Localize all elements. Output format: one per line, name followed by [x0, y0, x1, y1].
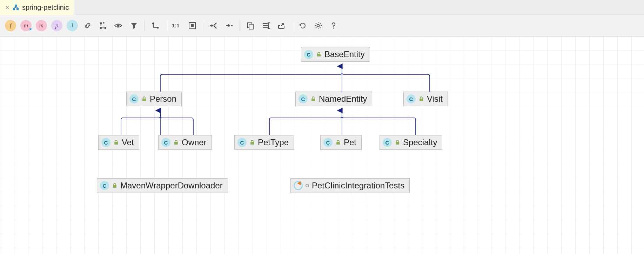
- svg-rect-26: [396, 142, 399, 145]
- close-icon[interactable]: ✕: [5, 4, 9, 11]
- route-button[interactable]: [148, 19, 162, 33]
- expand-button[interactable]: [222, 19, 236, 33]
- fit-icon: [188, 21, 196, 30]
- node-pet-type[interactable]: CPetType: [234, 135, 294, 150]
- node-label: Owner: [182, 138, 207, 147]
- svg-point-7: [152, 22, 154, 25]
- refresh-icon: [298, 21, 307, 30]
- node-named-entity[interactable]: CNamedEntity: [295, 92, 372, 106]
- filter-methods-button[interactable]: m: [34, 19, 48, 33]
- separator: [292, 20, 292, 31]
- show-dependencies-button[interactable]: [81, 19, 95, 33]
- class-icon: C: [323, 138, 333, 147]
- svg-rect-2: [15, 5, 17, 7]
- svg-point-17: [333, 27, 334, 28]
- actual-size-button[interactable]: 1:1: [170, 19, 184, 33]
- svg-rect-24: [250, 142, 254, 145]
- tab-spring-petclinic[interactable]: ✕ spring-petclinic: [0, 0, 74, 15]
- layout-icon: [99, 21, 107, 30]
- separator: [166, 20, 166, 31]
- node-base-entity[interactable]: CBaseEntity: [301, 47, 370, 62]
- help-button[interactable]: [327, 19, 341, 33]
- filter-fields-button[interactable]: f: [4, 19, 18, 33]
- collapse-button[interactable]: [207, 19, 221, 33]
- tab-title: spring-petclinic: [22, 4, 69, 12]
- node-label: Specialty: [403, 138, 437, 147]
- lock-icon: [113, 140, 119, 145]
- visibility-button[interactable]: [112, 19, 126, 33]
- svg-rect-23: [174, 142, 178, 145]
- svg-rect-11: [191, 24, 194, 27]
- svg-rect-4: [100, 27, 102, 29]
- filter-inner-button[interactable]: I: [65, 19, 79, 33]
- star-icon: ★: [28, 27, 32, 32]
- class-icon: C: [129, 94, 139, 103]
- lock-icon: [173, 140, 179, 145]
- node-label: Pet: [344, 138, 356, 147]
- tab-bar: ✕ spring-petclinic: [0, 0, 644, 15]
- properties-icon: p: [51, 20, 62, 31]
- lock-icon: [418, 96, 424, 102]
- svg-rect-15: [249, 24, 253, 29]
- export-button[interactable]: [274, 19, 288, 33]
- svg-rect-19: [142, 99, 146, 101]
- svg-rect-25: [336, 142, 340, 145]
- node-petclinic-integration-tests[interactable]: PetClinicIntegrationTests: [290, 178, 410, 193]
- svg-rect-27: [113, 185, 116, 188]
- one-to-one-icon: 1:1: [172, 22, 182, 29]
- link-icon: [83, 21, 92, 30]
- copy-icon: [246, 21, 255, 30]
- svg-point-6: [117, 25, 120, 27]
- class-icon: C: [100, 181, 109, 190]
- lock-icon: [395, 140, 400, 145]
- funnel-icon: [130, 21, 138, 30]
- node-vet[interactable]: CVet: [98, 135, 139, 150]
- svg-text:1:1: 1:1: [172, 22, 180, 28]
- filter-properties-button[interactable]: p: [50, 19, 64, 33]
- svg-point-8: [157, 27, 159, 29]
- class-icon: C: [298, 94, 308, 103]
- layout-button[interactable]: [96, 19, 110, 33]
- class-icon: C: [407, 94, 416, 103]
- class-icon: C: [237, 138, 247, 147]
- node-maven-wrapper-downloader[interactable]: CMavenWrapperDownloader: [97, 178, 228, 193]
- filter-methods-starred-button[interactable]: m★: [19, 19, 33, 33]
- filter-button[interactable]: [127, 19, 141, 33]
- question-icon: [329, 21, 338, 30]
- diagram-icon: [12, 4, 19, 11]
- svg-rect-12: [210, 25, 212, 26]
- node-visit[interactable]: CVisit: [403, 92, 448, 106]
- refresh-button[interactable]: [296, 19, 310, 33]
- gear-icon: [314, 21, 322, 30]
- svg-rect-21: [420, 99, 423, 101]
- copy-button[interactable]: [243, 19, 257, 33]
- lock-icon: [249, 140, 255, 145]
- methods-icon: m: [36, 20, 47, 31]
- node-label: BaseEntity: [324, 49, 365, 59]
- node-owner[interactable]: COwner: [158, 135, 212, 150]
- node-person[interactable]: CPerson: [126, 92, 182, 106]
- node-label: PetClinicIntegrationTests: [312, 181, 404, 190]
- lock-icon: [141, 96, 147, 102]
- fit-content-button[interactable]: [185, 19, 199, 33]
- node-label: Person: [150, 94, 176, 104]
- merge-icon: [209, 21, 218, 30]
- rename-button[interactable]: [259, 19, 273, 33]
- class-icon: C: [383, 138, 392, 147]
- inner-icon: I: [67, 20, 78, 31]
- svg-rect-3: [100, 22, 102, 24]
- settings-button[interactable]: [311, 19, 325, 33]
- eye-icon: [114, 21, 123, 30]
- svg-rect-13: [231, 25, 233, 26]
- node-label: Vet: [122, 138, 134, 147]
- node-pet[interactable]: CPet: [320, 135, 362, 150]
- svg-point-16: [317, 25, 320, 27]
- svg-rect-18: [317, 54, 321, 56]
- diagram-canvas[interactable]: CBaseEntity CPerson CNamedEntity CVisit …: [0, 36, 644, 254]
- test-class-icon: [294, 181, 303, 190]
- svg-rect-22: [114, 142, 118, 145]
- svg-rect-5: [105, 27, 106, 29]
- node-specialty[interactable]: CSpecialty: [380, 135, 442, 150]
- lock-icon: [310, 96, 316, 102]
- separator: [240, 20, 240, 31]
